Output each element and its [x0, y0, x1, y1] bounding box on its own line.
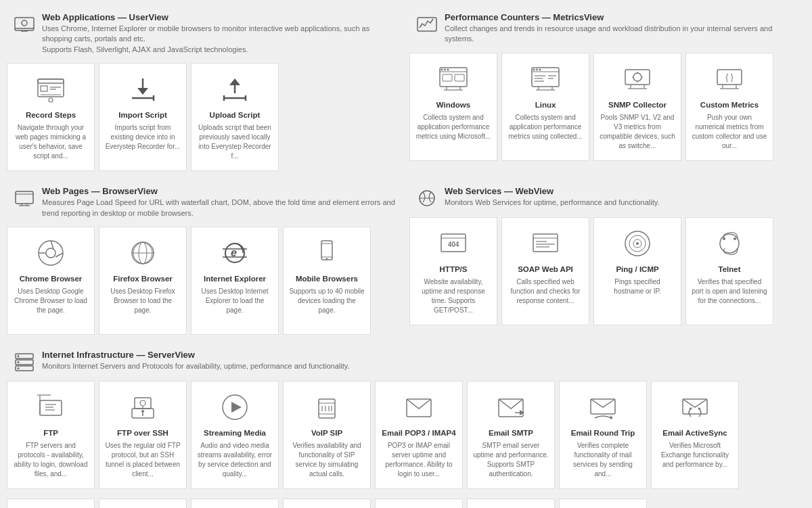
card-desc-ftp-ssh: Uses the regular old FTP protocol, but a… [105, 441, 181, 479]
card-chrome[interactable]: Chrome Browser Uses Desktop Google Chrom… [7, 227, 95, 335]
card-email-activesync[interactable]: Email ActiveSync Verifies Microsoft Exch… [651, 381, 739, 489]
card-title-telnet-ws: Telnet [718, 265, 740, 273]
telnet-ws-icon [713, 227, 746, 260]
svg-rect-26 [443, 74, 452, 81]
card-desc-email-roundtrip: Verifies complete functionality of mail … [565, 441, 641, 479]
svg-line-67 [55, 253, 63, 257]
webview-icon [416, 187, 438, 209]
card-title-https: HTTP/S [440, 265, 468, 273]
custommetrics-icon: { } [713, 63, 746, 95]
svg-point-100 [18, 361, 20, 363]
card-title-upload-script: Upload Script [210, 111, 261, 119]
http-icon: 404 [437, 227, 470, 260]
card-voip[interactable]: VoIP SIP Verifies availability and funct… [283, 381, 371, 489]
email-pop3-icon [403, 391, 435, 423]
card-upload-script[interactable]: Upload Script Uploads script that been p… [191, 63, 279, 171]
card-desc-mobile: Supports up to 40 mobile devices loading… [289, 287, 365, 315]
card-telnet[interactable]: Telnet Verifies that specified port is o… [467, 499, 555, 508]
row-1: Web Applications — UserView Uses Chrome,… [7, 7, 805, 174]
ftpssh-icon [127, 391, 159, 423]
voip-icon [311, 391, 343, 423]
card-title-voip: VoIP SIP [311, 429, 342, 437]
card-title-mobile: Mobile Browsers [296, 275, 358, 283]
cards-grid-infra-row1: FTP FTP servers and protocols - availabi… [7, 378, 805, 492]
card-title-email-pop3: Email POP3 / IMAP4 [382, 429, 455, 437]
svg-rect-5 [38, 79, 64, 83]
card-windows[interactable]: Windows Collects system and application … [409, 53, 497, 161]
card-dns[interactable]: DNS Performs and verifies proper DNS res… [99, 499, 187, 508]
card-desc-https: Website availability, uptime and respons… [415, 277, 491, 315]
card-telnet-ws[interactable]: Telnet Verifies that specified port is o… [685, 217, 773, 325]
firefox-icon [127, 237, 159, 269]
card-title-ftp-ssh: FTP over SSH [117, 429, 168, 437]
card-firefox[interactable]: Firefox Browser Uses Desktop Firefox Bro… [99, 227, 187, 335]
section-title-perf: Performance Counters — MetricsView [445, 12, 798, 22]
svg-marker-115 [231, 402, 242, 413]
svg-rect-102 [40, 400, 62, 415]
cards-grid-infra-row2: Email DNS Blacklist Detects when a mail … [7, 496, 805, 508]
svg-point-35 [539, 68, 541, 70]
card-title-linux: Linux [535, 101, 556, 109]
svg-point-101 [18, 367, 20, 369]
card-desc-ftp: FTP servers and protocols - availability… [13, 441, 89, 479]
card-ping-icmp-ws[interactable]: Ping / ICMP Pings specified hostname or … [593, 217, 681, 325]
section-web-services: Web Services — WebView Monitors Web Serv… [409, 181, 805, 338]
ping-icon [621, 227, 654, 260]
card-ftp[interactable]: FTP FTP servers and protocols - availabi… [7, 381, 95, 489]
card-email-roundtrip[interactable]: Email Round Trip Verifies complete funct… [559, 381, 647, 489]
card-snmp[interactable]: SNMP Collector Pools SNMP V1, V2 and V3 … [593, 53, 681, 161]
svg-point-10 [49, 98, 53, 102]
card-desc-snmp: Pools SNMP V1, V2 and V3 metrics from co… [600, 113, 675, 151]
card-custom-metrics[interactable]: { } Custom Metrics Push your own numeric… [685, 53, 773, 161]
card-ie[interactable]: e Internet Explorer Uses Desktop Interne… [191, 227, 279, 335]
svg-point-23 [441, 68, 443, 70]
card-title-firefox: Firefox Browser [113, 275, 173, 283]
card-email-smtp[interactable]: Email SMTP SMTP email server uptime and … [467, 381, 555, 489]
card-traceroute[interactable]: Traceroute Performs traceroute to specif… [283, 499, 371, 508]
card-title-snmp: SNMP Collector [608, 101, 667, 109]
card-soap[interactable]: SOAP Web API Calls specified web functio… [501, 217, 589, 325]
ie-icon: e [219, 237, 251, 269]
card-title-email-smtp: Email SMTP [489, 429, 533, 437]
card-udp[interactable]: UDP Checks availability and response tim… [375, 499, 463, 508]
cards-grid-web-pages: Chrome Browser Uses Desktop Google Chrom… [7, 224, 403, 338]
cards-grid-perf: Windows Collects system and application … [409, 50, 805, 164]
svg-point-93 [720, 234, 739, 253]
card-title-import-script: Import Script [118, 111, 167, 119]
row-2: Web Pages — BrowserView Measures Page Lo… [7, 181, 805, 338]
card-record-steps[interactable]: Record Steps Navigate through your web p… [7, 63, 95, 171]
windows-icon [437, 63, 470, 95]
card-desc-ie: Uses Desktop Internet Explorer to load t… [197, 287, 273, 315]
card-mobile[interactable]: Mobile Browsers Supports up to 40 mobile… [283, 227, 371, 335]
card-title-custom-metrics: Custom Metrics [700, 101, 759, 109]
card-title-email-activesync: Email ActiveSync [662, 429, 727, 437]
svg-marker-16 [229, 78, 240, 85]
email-smtp-icon [495, 391, 527, 423]
card-ping-icmp[interactable]: Ping / ICMP Pings specified hostname or … [191, 499, 279, 508]
svg-rect-27 [455, 74, 464, 81]
svg-point-24 [444, 68, 446, 70]
card-title-streaming: Streaming Media [204, 429, 266, 437]
card-ftp-ssh[interactable]: FTP over SSH Uses the regular old FTP pr… [99, 381, 187, 489]
svg-point-78 [326, 258, 328, 260]
svg-rect-84 [533, 234, 558, 252]
card-email-pop3[interactable]: Email POP3 / IMAP4 POP3 or IMAP email se… [375, 381, 463, 489]
card-custom-script[interactable]: </> Custom Script Provides custom monito… [559, 499, 647, 508]
svg-point-112 [141, 410, 144, 413]
section-desc-infra: Monitors Internet Servers and Protocols … [42, 361, 798, 371]
card-import-script[interactable]: Import Script Imports script from existi… [99, 63, 187, 171]
snmp-icon [621, 63, 654, 95]
streaming-icon [219, 391, 251, 423]
card-title-chrome: Chrome Browser [20, 275, 83, 283]
card-https[interactable]: 404 HTTP/S Website availability, uptime … [409, 217, 497, 325]
card-email-dns[interactable]: Email DNS Blacklist Detects when a mail … [7, 499, 95, 508]
section-header-web-pages: Web Pages — BrowserView Measures Page Lo… [7, 181, 403, 224]
svg-point-45 [633, 73, 641, 81]
section-title-block-infra: Internet Infrastructure — ServerView Mon… [42, 350, 798, 371]
card-streaming[interactable]: Streaming Media Audio and video media st… [191, 381, 279, 489]
card-linux[interactable]: Linux Collects system and application pe… [501, 53, 589, 161]
svg-point-2 [22, 20, 27, 26]
email-roundtrip-icon [587, 391, 619, 423]
svg-point-64 [46, 248, 55, 258]
section-web-apps: Web Applications — UserView Uses Chrome,… [7, 7, 403, 174]
